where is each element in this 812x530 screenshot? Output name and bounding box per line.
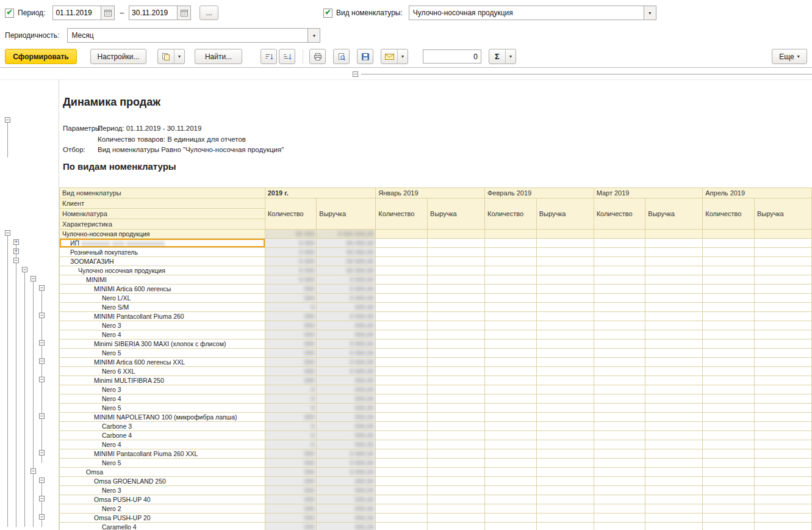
tree-collapse-box[interactable]: − xyxy=(13,258,19,263)
value-cell[interactable] xyxy=(754,367,811,376)
value-cell[interactable] xyxy=(594,385,645,394)
value-cell[interactable] xyxy=(484,367,536,376)
value-cell[interactable] xyxy=(376,394,428,404)
value-cell[interactable] xyxy=(703,303,755,312)
value-cell[interactable] xyxy=(645,523,703,530)
value-cell[interactable] xyxy=(594,449,645,459)
column-group-header[interactable]: Январь 2019 xyxy=(376,188,485,198)
value-cell[interactable] xyxy=(428,275,485,285)
value-cell[interactable] xyxy=(703,321,755,330)
value-cell[interactable] xyxy=(376,459,428,468)
value-cell[interactable] xyxy=(376,312,428,321)
value-cell[interactable] xyxy=(376,266,428,275)
value-cell[interactable] xyxy=(376,514,428,523)
revenue-cell[interactable]: 9 999,99 xyxy=(317,294,376,303)
subcolumn-header[interactable]: Выручка xyxy=(536,198,594,230)
row-label-cell[interactable]: Carbone 4 xyxy=(60,431,265,440)
value-cell[interactable] xyxy=(484,440,536,449)
revenue-cell[interactable]: 999,99 xyxy=(317,523,376,530)
value-cell[interactable] xyxy=(703,385,755,394)
value-cell[interactable] xyxy=(428,248,485,257)
value-cell[interactable] xyxy=(703,422,755,431)
value-cell[interactable] xyxy=(703,376,755,385)
value-cell[interactable] xyxy=(703,339,755,349)
value-cell[interactable] xyxy=(376,358,428,367)
value-cell[interactable] xyxy=(594,523,645,530)
value-cell[interactable] xyxy=(754,376,811,385)
value-cell[interactable] xyxy=(754,275,811,285)
value-cell[interactable] xyxy=(754,477,811,486)
value-cell[interactable] xyxy=(536,440,594,449)
value-cell[interactable] xyxy=(703,266,755,275)
revenue-cell[interactable]: 9 999,99 xyxy=(317,339,376,349)
value-cell[interactable] xyxy=(594,367,645,376)
calendar-button-from[interactable] xyxy=(101,6,114,20)
value-cell[interactable] xyxy=(645,413,703,422)
value-cell[interactable] xyxy=(645,230,703,239)
value-cell[interactable] xyxy=(536,339,594,349)
value-cell[interactable] xyxy=(536,394,594,404)
value-cell[interactable] xyxy=(645,459,703,468)
revenue-cell[interactable]: 999,99 xyxy=(317,514,376,523)
value-cell[interactable] xyxy=(703,404,755,413)
quantity-cell[interactable]: 999 xyxy=(265,486,317,495)
value-cell[interactable] xyxy=(536,376,594,385)
revenue-cell[interactable]: 999,99 xyxy=(317,413,376,422)
revenue-cell[interactable]: 99 999,99 xyxy=(317,266,376,275)
row-label-cell[interactable]: Nero 6 XXL xyxy=(60,367,265,376)
row-label-cell[interactable]: Minimi SIBERIA 300 MAXI (хлопок с флисом… xyxy=(60,339,265,349)
value-cell[interactable] xyxy=(594,504,645,514)
value-cell[interactable] xyxy=(645,486,703,495)
revenue-cell[interactable]: 999,99 xyxy=(317,321,376,330)
revenue-cell[interactable]: 9 999,99 xyxy=(317,468,376,477)
quantity-cell[interactable]: 9 xyxy=(265,303,317,312)
calendar-button-to[interactable] xyxy=(177,6,190,20)
value-cell[interactable] xyxy=(484,486,536,495)
value-cell[interactable] xyxy=(703,486,755,495)
value-cell[interactable] xyxy=(484,349,536,358)
quantity-cell[interactable]: 999 xyxy=(265,468,317,477)
value-cell[interactable] xyxy=(484,514,536,523)
revenue-cell[interactable]: 9 999 999,99 xyxy=(317,230,376,239)
row-label-cell[interactable]: Nero S/M xyxy=(60,303,265,312)
quantity-cell[interactable]: 999 xyxy=(265,339,317,349)
value-cell[interactable] xyxy=(645,239,703,248)
value-cell[interactable] xyxy=(594,248,645,257)
value-cell[interactable] xyxy=(536,486,594,495)
row-label-cell[interactable]: MINIMI Pantacollant Piuma 260 XXL xyxy=(60,449,265,459)
sort-desc-button[interactable] xyxy=(260,49,277,64)
value-cell[interactable] xyxy=(376,495,428,504)
counter-input[interactable] xyxy=(423,49,481,64)
row-label-cell[interactable]: Nero 3 xyxy=(60,486,265,495)
row-label-cell[interactable]: Caramello 4 xyxy=(60,523,265,530)
sum-split-button[interactable]: Σ ▾ xyxy=(489,49,516,64)
value-cell[interactable] xyxy=(645,440,703,449)
find-button[interactable]: Найти... xyxy=(195,49,242,64)
row-label-cell[interactable]: Omsa PUSH-UP 40 xyxy=(60,495,265,504)
value-cell[interactable] xyxy=(754,321,811,330)
value-cell[interactable] xyxy=(594,239,645,248)
value-cell[interactable] xyxy=(428,321,485,330)
row-label-cell[interactable]: Nero 3 xyxy=(60,321,265,330)
tree-expand-box[interactable]: + xyxy=(13,249,19,254)
value-cell[interactable] xyxy=(484,385,536,394)
quantity-cell[interactable]: 999 xyxy=(265,330,317,339)
periodicity-combo[interactable]: Месяц ▾ xyxy=(67,28,320,43)
value-cell[interactable] xyxy=(428,257,485,266)
print-button[interactable] xyxy=(309,49,326,64)
value-cell[interactable] xyxy=(703,230,755,239)
tree-collapse-box[interactable]: − xyxy=(31,276,36,281)
value-cell[interactable] xyxy=(754,413,811,422)
revenue-cell[interactable]: 999,99 xyxy=(317,404,376,413)
value-cell[interactable] xyxy=(594,339,645,349)
row-label-cell[interactable]: MINIMI Pantacollant Piuma 260 xyxy=(60,312,265,321)
value-cell[interactable] xyxy=(484,257,536,266)
revenue-cell[interactable]: 99 999,99 xyxy=(317,239,376,248)
value-cell[interactable] xyxy=(594,514,645,523)
value-cell[interactable] xyxy=(645,285,703,294)
quantity-cell[interactable]: 9 xyxy=(265,404,317,413)
value-cell[interactable] xyxy=(536,312,594,321)
save-button[interactable] xyxy=(357,49,373,64)
row-label-cell[interactable]: MINIMI Artica 600 легенсы XXL xyxy=(60,358,265,367)
value-cell[interactable] xyxy=(703,257,755,266)
